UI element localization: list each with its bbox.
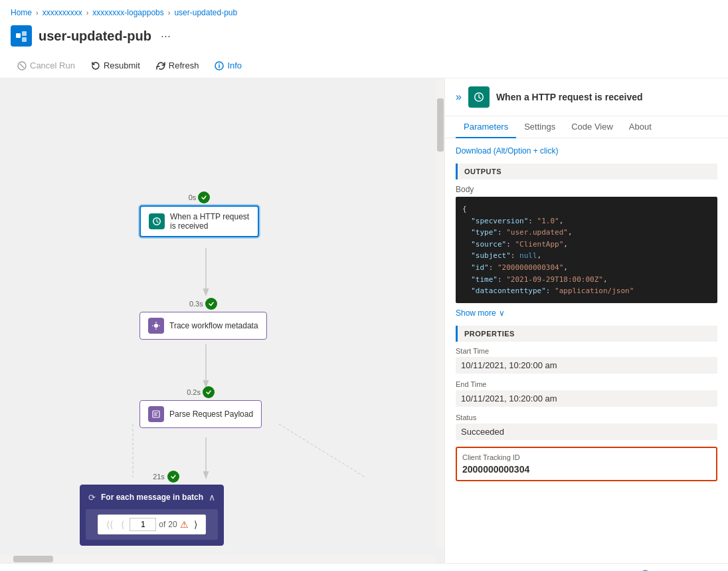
title-bar: user-updated-pub ··· (0, 23, 728, 53)
foreach-pagination: ⟨⟨ ⟨ of 20 ⚠ ⟩ (86, 509, 218, 540)
flow-container: 0s When a HTTP request is received 0.3s (0, 78, 436, 555)
trace-workflow-label: Trace workflow metadata (169, 321, 258, 330)
breadcrumb-current[interactable]: user-updated-pub (174, 8, 237, 17)
feedback-bar: Provide Feedback (0, 563, 728, 571)
foreach-collapse-btn[interactable]: ∧ (209, 492, 215, 503)
main-layout: 0s When a HTTP request is received 0.3s (0, 78, 728, 563)
json-line-5: "id": "2000000000304", (462, 262, 711, 274)
svg-rect-0 (16, 33, 21, 38)
parse-payload-box[interactable]: Parse Request Payload (139, 400, 262, 428)
canvas-vertical-scrollbar[interactable] (436, 78, 444, 547)
http-trigger-icon (149, 213, 165, 229)
chevron-down-icon: ∨ (499, 308, 505, 318)
download-link[interactable]: Download (Alt/Option + click) (456, 146, 717, 156)
tab-about[interactable]: About (621, 116, 660, 138)
parse-payload-node[interactable]: 0.2s Parse Request Payload (139, 386, 262, 428)
http-trigger-label: When a HTTP request is received (170, 212, 250, 231)
tracking-id-value: 2000000000304 (462, 464, 711, 475)
json-line-4: "subject": null, (462, 250, 711, 262)
svg-rect-2 (22, 37, 27, 42)
status-value: Succeeded (456, 423, 717, 440)
parse-payload-label: Parse Request Payload (169, 409, 253, 419)
right-panel: » When a HTTP request is received Parame… (445, 78, 728, 563)
start-time-label: Start Time (456, 347, 717, 355)
panel-header: » When a HTTP request is received (445, 78, 728, 116)
body-label: Body (456, 185, 717, 194)
toolbar: Cancel Run Resubmit Refresh Info (0, 53, 728, 78)
start-time-value: 10/11/2021, 10:20:00 am (456, 357, 717, 374)
foreach-node-wrapper[interactable]: 21s ⟳ For each message in batch ∧ ⟨⟨ (80, 471, 252, 485)
app-icon (11, 25, 32, 47)
end-time-label: End Time (456, 380, 717, 388)
page-title: user-updated-pub (39, 29, 151, 44)
breadcrumb: Home › xxxxxxxxxx › xxxxxxxx-logappobs ›… (0, 0, 728, 23)
success-badge-3 (167, 471, 179, 483)
parse-payload-icon (148, 406, 164, 422)
json-line-7: "datacontenttype": "application/json" (462, 285, 711, 297)
page-first-btn[interactable]: ⟨⟨ (104, 518, 116, 531)
tab-parameters[interactable]: Parameters (456, 116, 516, 138)
svg-point-14 (154, 324, 158, 328)
foreach-box[interactable]: ⟳ For each message in batch ∧ ⟨⟨ ⟨ of 20… (80, 485, 224, 546)
tab-settings[interactable]: Settings (516, 116, 563, 138)
info-button[interactable]: Info (208, 57, 248, 74)
resubmit-label: Resubmit (104, 60, 140, 70)
page-prev-btn[interactable]: ⟨ (118, 518, 127, 531)
svg-line-12 (279, 424, 365, 477)
workflow-canvas[interactable]: 0s When a HTTP request is received 0.3s (0, 78, 445, 563)
http-trigger-node[interactable]: 0s When a HTTP request is received (139, 191, 259, 237)
refresh-button[interactable]: Refresh (149, 57, 206, 74)
foreach-label: For each message in batch (101, 493, 203, 502)
breadcrumb-home[interactable]: Home (11, 8, 32, 17)
foreach-header: ⟳ For each message in batch ∧ (80, 485, 223, 509)
json-line-3: "source": "ClientApp", (462, 239, 711, 251)
svg-rect-1 (22, 31, 27, 36)
status-label: Status (456, 413, 717, 421)
properties-section: PROPERTIES Start Time 10/11/2021, 10:20:… (456, 326, 717, 481)
info-label: Info (227, 60, 242, 70)
breadcrumb-tenant[interactable]: xxxxxxxxxx (43, 8, 82, 17)
resubmit-button[interactable]: Resubmit (84, 57, 147, 74)
svg-line-4 (20, 64, 24, 68)
panel-content: Download (Alt/Option + click) OUTPUTS Bo… (445, 138, 728, 563)
page-next-btn[interactable]: ⟩ (191, 518, 200, 531)
cancel-run-button[interactable]: Cancel Run (11, 57, 82, 74)
page-warn-icon: ⚠ (180, 519, 189, 530)
http-trigger-box[interactable]: When a HTTP request is received (139, 205, 259, 237)
tab-code-view[interactable]: Code View (563, 116, 621, 138)
status-field: Status Succeeded (456, 413, 717, 440)
page-number-input[interactable] (130, 518, 156, 531)
page-of-label: of (159, 520, 165, 529)
breadcrumb-logapp[interactable]: xxxxxxxx-logappobs (92, 8, 163, 17)
panel-title: When a HTTP request is received (496, 92, 643, 102)
json-output: { "specversion": "1.0", "type": "user.up… (456, 197, 717, 303)
refresh-label: Refresh (169, 60, 199, 70)
panel-node-icon (468, 86, 490, 108)
properties-section-title: PROPERTIES (456, 326, 717, 342)
more-menu-btn[interactable]: ··· (158, 29, 173, 43)
success-badge-2 (203, 386, 215, 398)
foreach-time: 21s (153, 473, 165, 481)
start-time-field: Start Time 10/11/2021, 10:20:00 am (456, 347, 717, 374)
json-line-0: { (462, 203, 711, 215)
trace-workflow-node[interactable]: 0.3s Trace workflow metadata (139, 298, 267, 340)
show-more-btn[interactable]: Show more ∨ (456, 308, 717, 318)
end-time-field: End Time 10/11/2021, 10:20:00 am (456, 380, 717, 407)
canvas-scroll-thumb[interactable] (437, 98, 444, 152)
panel-tabs: Parameters Settings Code View About (445, 116, 728, 138)
panel-expand-btn[interactable]: » (456, 91, 462, 103)
end-time-value: 10/11/2021, 10:20:00 am (456, 390, 717, 407)
success-badge-1 (205, 298, 217, 310)
json-line-1: "specversion": "1.0", (462, 215, 711, 227)
canvas-hscroll-thumb[interactable] (13, 556, 53, 562)
success-badge-0 (198, 191, 210, 203)
outputs-section-title: OUTPUTS (456, 164, 717, 179)
canvas-horizontal-scrollbar[interactable] (0, 555, 436, 563)
trace-workflow-box[interactable]: Trace workflow metadata (139, 312, 267, 340)
tracking-id-section: Client Tracking ID 2000000000304 (456, 447, 717, 481)
json-line-6: "time": "2021-09-29T18:00:00Z", (462, 274, 711, 286)
svg-point-7 (219, 63, 221, 64)
tracking-id-label: Client Tracking ID (462, 453, 711, 461)
json-line-2: "type": "user.updated", (462, 227, 711, 239)
trace-workflow-icon (148, 318, 164, 334)
